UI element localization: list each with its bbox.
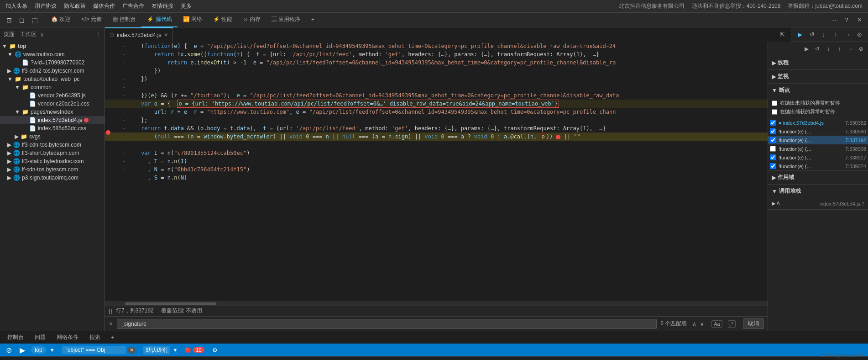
- bp-3-check[interactable]: [770, 137, 776, 143]
- code-line-12: - (null === (n = window.byted_acrawler) …: [105, 132, 768, 141]
- status-dropdown-icon[interactable]: ▼: [50, 347, 55, 353]
- status-level-dropdown[interactable]: ▼: [173, 347, 178, 353]
- console-tab-console[interactable]: 控制台: [4, 331, 27, 344]
- status-context-top[interactable]: top: [31, 346, 46, 354]
- tree-item-vendor-css[interactable]: ▼ 📄 vendor.c20ac2e1.css: [0, 100, 105, 108]
- bp-4-check[interactable]: [770, 146, 776, 152]
- tab-network[interactable]: 📶 网络: [178, 13, 208, 27]
- panel-watch-header[interactable]: ▶ 监视: [768, 70, 868, 83]
- file-tab-main[interactable]: ⬡ index.57d3ebd4.js ✕: [105, 27, 173, 42]
- tree-item-index-css[interactable]: ▼ 📄 index.585d53dc.css: [0, 124, 105, 132]
- status-settings-icon[interactable]: ⚙: [210, 345, 220, 355]
- tree-item-svgs[interactable]: ▶ 📁 svgs: [0, 132, 105, 141]
- search-cancel-btn[interactable]: 取消: [743, 318, 764, 329]
- debug-deactivate[interactable]: ⊘: [854, 30, 864, 40]
- panel-icon-5[interactable]: →: [845, 44, 855, 54]
- topbar-link-1[interactable]: 加入头条: [5, 2, 27, 10]
- search-input[interactable]: [117, 319, 657, 329]
- topbar-link-3[interactable]: 隐私政策: [64, 2, 86, 10]
- devtools-icon-console[interactable]: ⬚: [29, 15, 40, 26]
- search-next-icon[interactable]: ∨: [700, 321, 704, 327]
- tab-more[interactable]: +: [306, 13, 320, 27]
- tree-item-top[interactable]: ▼ 📁 top: [0, 42, 105, 50]
- status-filter-input[interactable]: [62, 346, 126, 354]
- tab-sources[interactable]: ⚡ 源代码: [141, 13, 177, 27]
- debug-step-into[interactable]: ↓: [819, 30, 829, 40]
- tree-item-common[interactable]: ▼ 📁 common: [0, 83, 105, 91]
- status-play-icon[interactable]: ▶: [17, 345, 27, 355]
- devtools-icon-cursor[interactable]: ⊡: [4, 15, 15, 26]
- code-line-2: - return !x.some((function(t) { t = {url…: [105, 50, 768, 58]
- console-tab-issues[interactable]: 问题: [31, 331, 49, 344]
- panel-scope-header[interactable]: ▶ 作用域: [768, 171, 868, 184]
- panel-icon-4[interactable]: ↑: [834, 44, 844, 54]
- console-tab-search[interactable]: 搜索: [86, 331, 104, 344]
- status-level[interactable]: 默认级别: [143, 346, 170, 355]
- debug-resume[interactable]: ▶: [795, 30, 805, 40]
- status-stop-icon[interactable]: ⊘: [4, 345, 14, 355]
- panel-callstack-header[interactable]: ▼ 调用堆栈: [768, 185, 868, 198]
- tree-item-toutiao[interactable]: ▼ 🌐 www.toutiao.com: [0, 50, 105, 58]
- tab-welcome[interactable]: 🏠 🏠 欢迎欢迎: [46, 13, 76, 27]
- tab-application[interactable]: ▤ 应用程序: [266, 13, 306, 27]
- topbar-link-6[interactable]: 友情链接: [152, 2, 173, 10]
- topbar-link-4[interactable]: 媒体合作: [93, 2, 115, 10]
- tree-item-vendor-js[interactable]: ▼ 📄 vendor.2eb64395.js: [0, 91, 105, 100]
- help-icon[interactable]: ?: [842, 15, 852, 25]
- file-tab-close[interactable]: ✕: [164, 32, 168, 38]
- tree-item-lf3cdn[interactable]: ▶ 🌐 lf3-cdn-tos.bytescm.com: [0, 141, 105, 149]
- tab-elements[interactable]: </> 元素: [76, 13, 107, 27]
- status-close-filter[interactable]: ✕: [128, 347, 136, 354]
- topbar-link-5[interactable]: 广告合作: [122, 2, 144, 10]
- tree-item-lfcdn[interactable]: ▶ 🌐 lf-cdn-tos.bytescm.com: [0, 165, 105, 174]
- code-line-5: - }): [105, 75, 768, 83]
- breakpoint-uncaught-check[interactable]: [772, 101, 777, 106]
- tree-item-p3sign[interactable]: ▶ 🌐 p3-sign.toutiaoimq.com: [0, 174, 105, 182]
- console-add-tab[interactable]: +: [108, 333, 118, 343]
- debug-step-over[interactable]: ↺: [807, 30, 817, 40]
- devtools-toolbar: ⊡ ◻ ⬚ 🏠 🏠 欢迎欢迎 </> 元素 ▦ 控制台 ⚡ 源代码 📶 网络 ⚡…: [0, 13, 868, 27]
- tree-item-pages[interactable]: ▼ 📁 pages/newsIndex: [0, 108, 105, 116]
- panel-icon-3[interactable]: ↓: [823, 44, 833, 54]
- debug-step[interactable]: →: [842, 30, 852, 40]
- bp-6-check[interactable]: [770, 163, 776, 169]
- close-icon[interactable]: ✕: [854, 15, 864, 25]
- panel-icon-2[interactable]: ↺: [812, 44, 822, 54]
- bp-item-1: ● index.57d3ebd4.js 7:330382: [768, 118, 868, 127]
- company-name: 北京抖音信息服务有限公司: [619, 2, 685, 10]
- horizontal-scrollbar[interactable]: [105, 302, 768, 305]
- devtools-icon-inspect[interactable]: ◻: [16, 15, 27, 26]
- code-content[interactable]: - (function(e) { e = "/api/pc/list/feed?…: [105, 42, 768, 302]
- status-curly: {}: [109, 308, 112, 314]
- panel-breakpoint-header[interactable]: ▼ 断点: [768, 84, 868, 97]
- tree-item-index-js[interactable]: ▼ 📄 index.57d3ebd4.js: [0, 116, 105, 124]
- panel-thread-header[interactable]: ▶ 线程: [768, 56, 868, 69]
- bp-5-check[interactable]: [770, 154, 776, 160]
- breakpoint-caught-check[interactable]: [772, 109, 777, 115]
- panel-icon-6[interactable]: ⊘: [856, 44, 866, 54]
- search-clear-icon[interactable]: ✕: [109, 321, 113, 327]
- tree-item-lf3cdn2[interactable]: ▶ 🌐 lf3-cdn2-tos.bytescm.com: [0, 67, 105, 75]
- more-icon[interactable]: ···: [829, 15, 839, 25]
- panel-icon-1[interactable]: ▶: [801, 44, 811, 54]
- topbar-link-7[interactable]: 更多: [181, 2, 192, 10]
- tab-undock[interactable]: ⇱: [777, 30, 787, 40]
- search-case-icon[interactable]: Aa: [711, 320, 722, 328]
- debug-step-out[interactable]: ↑: [831, 30, 841, 40]
- tree-item-wid[interactable]: ▼ 📄 ?wid=1709980770602: [0, 58, 105, 67]
- bp-item-2: !function(e) {… 7:330560: [768, 127, 868, 136]
- tab-console[interactable]: ▦ 控制台: [107, 13, 141, 27]
- topbar-link-2[interactable]: 用户协议: [35, 2, 57, 10]
- tab-performance[interactable]: ⚡ 性能: [208, 13, 238, 27]
- tree-item-lf3static[interactable]: ▶ 🌐 lf3-static.bytednsdoc.com: [0, 157, 105, 165]
- panel-breakpoint-content: 在抛出未捕获的异常时暂停 在抛出捕获的异常时暂停: [768, 97, 868, 118]
- search-regex-icon[interactable]: .*: [728, 320, 736, 328]
- tree-item-toutiao-web[interactable]: ▼ 📁 toutiao/toutiao_web_pc: [0, 75, 105, 83]
- bp-1-check[interactable]: [770, 120, 776, 126]
- bp-2-check[interactable]: [770, 128, 776, 134]
- scrollbar-thumb[interactable]: [125, 302, 216, 305]
- search-prev-icon[interactable]: ∧: [692, 321, 696, 327]
- console-tab-network[interactable]: 网络条件: [53, 331, 82, 344]
- tab-memory[interactable]: ⊙ 内存: [238, 13, 266, 27]
- tree-item-lf3short[interactable]: ▶ 🌐 lf3-short.bytedapm.com: [0, 149, 105, 157]
